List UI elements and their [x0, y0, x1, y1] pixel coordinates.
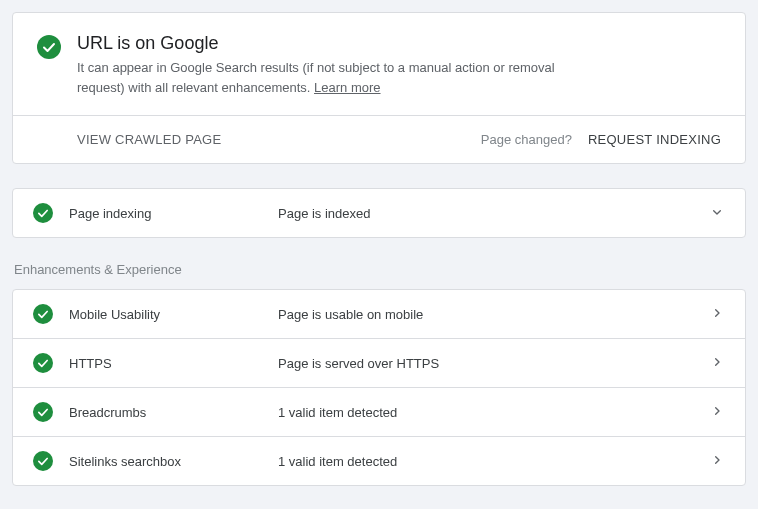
enhancement-label: Breadcrumbs — [53, 405, 278, 420]
indexing-label: Page indexing — [53, 206, 278, 221]
page-changed-label: Page changed? — [481, 132, 572, 147]
page-indexing-row[interactable]: Page indexing Page is indexed — [13, 189, 745, 237]
enhancement-status: 1 valid item detected — [278, 405, 709, 420]
hero-text: URL is on Google It can appear in Google… — [77, 33, 577, 97]
svg-point-4 — [33, 402, 53, 422]
chevron-down-icon — [709, 204, 725, 223]
enhancement-row-mobile-usability[interactable]: Mobile Usability Page is usable on mobil… — [13, 290, 745, 338]
svg-point-1 — [33, 203, 53, 223]
svg-point-3 — [33, 353, 53, 373]
learn-more-link[interactable]: Learn more — [314, 80, 380, 95]
enhancement-row-sitelinks-searchbox[interactable]: Sitelinks searchbox 1 valid item detecte… — [13, 436, 745, 485]
chevron-right-icon — [709, 403, 725, 422]
enhancement-status: Page is usable on mobile — [278, 307, 709, 322]
check-circle-icon — [33, 402, 53, 422]
chevron-right-icon — [709, 452, 725, 471]
request-indexing-button[interactable]: REQUEST INDEXING — [588, 132, 721, 147]
svg-point-5 — [33, 451, 53, 471]
enhancement-status: 1 valid item detected — [278, 454, 709, 469]
enhancement-row-breadcrumbs[interactable]: Breadcrumbs 1 valid item detected — [13, 387, 745, 436]
indexing-status: Page is indexed — [278, 206, 709, 221]
check-circle-icon — [33, 304, 53, 324]
enhancements-list: Mobile Usability Page is usable on mobil… — [12, 289, 746, 486]
check-circle-icon — [33, 353, 53, 373]
enhancements-section-header: Enhancements & Experience — [14, 262, 746, 277]
check-circle-icon — [37, 35, 61, 59]
svg-point-2 — [33, 304, 53, 324]
svg-point-0 — [37, 35, 61, 59]
check-circle-icon — [33, 203, 53, 223]
check-circle-icon — [33, 451, 53, 471]
hero-footer: VIEW CRAWLED PAGE Page changed? REQUEST … — [13, 115, 745, 163]
indexing-card: Page indexing Page is indexed — [12, 188, 746, 238]
enhancement-status: Page is served over HTTPS — [278, 356, 709, 371]
hero-description: It can appear in Google Search results (… — [77, 58, 577, 97]
hero-content: URL is on Google It can appear in Google… — [13, 13, 745, 115]
enhancement-label: Sitelinks searchbox — [53, 454, 278, 469]
hero-card: URL is on Google It can appear in Google… — [12, 12, 746, 164]
view-crawled-page-button[interactable]: VIEW CRAWLED PAGE — [37, 132, 221, 147]
chevron-right-icon — [709, 354, 725, 373]
chevron-right-icon — [709, 305, 725, 324]
enhancement-row-https[interactable]: HTTPS Page is served over HTTPS — [13, 338, 745, 387]
hero-title: URL is on Google — [77, 33, 577, 54]
enhancement-label: HTTPS — [53, 356, 278, 371]
enhancement-label: Mobile Usability — [53, 307, 278, 322]
